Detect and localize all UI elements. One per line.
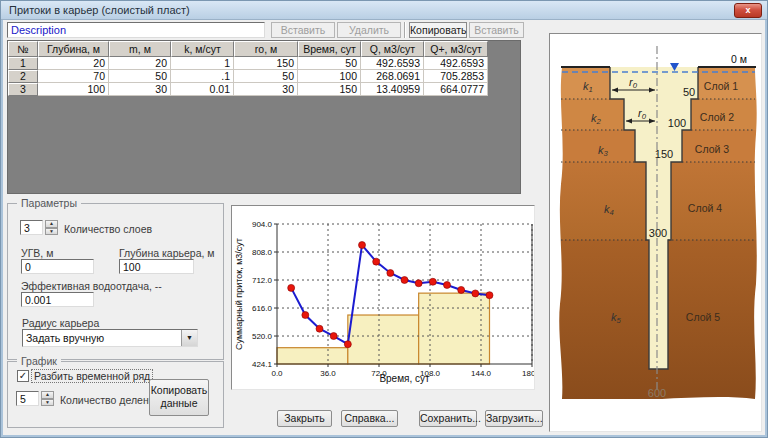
row-number-cell[interactable]: 3 <box>8 83 38 96</box>
step-bar <box>419 293 490 364</box>
paste-button[interactable]: Вставить <box>469 22 524 38</box>
table-cell[interactable]: 50 <box>298 57 361 70</box>
column-header[interactable]: Глубина, м <box>38 41 109 57</box>
column-header[interactable]: k, м/сут <box>171 41 234 57</box>
toolbar-separator <box>404 22 406 38</box>
row-number-cell[interactable]: 2 <box>8 70 38 83</box>
data-point <box>415 280 422 287</box>
table-cell[interactable]: 0.01 <box>171 83 234 96</box>
table-cell[interactable]: 20 <box>38 57 109 70</box>
layers-table[interactable]: №Глубина, мm, мk, м/сутro, мВремя, сутQ,… <box>7 40 521 194</box>
table-cell[interactable]: 1 <box>171 57 234 70</box>
data-point <box>316 325 323 332</box>
effective-yield-label: Эффективная водоотдача, -- <box>21 280 162 292</box>
table-cell[interactable]: 150 <box>234 57 298 70</box>
table-cell[interactable]: 50 <box>234 70 298 83</box>
data-point <box>458 286 465 293</box>
table-cell[interactable]: 20 <box>109 57 171 70</box>
table-cell[interactable]: 50 <box>109 70 171 83</box>
table-cell[interactable]: 492.6593 <box>424 57 488 70</box>
layer-name-label: Слой 3 <box>695 143 729 155</box>
column-header[interactable]: ro, м <box>234 41 298 57</box>
data-point <box>330 333 337 340</box>
column-header[interactable]: m, м <box>109 41 171 57</box>
svg-text:0.0: 0.0 <box>271 369 283 378</box>
svg-text:520.0: 520.0 <box>252 332 273 341</box>
table-cell[interactable]: 150 <box>298 83 361 96</box>
split-series-label[interactable]: Разбить временной ряд <box>32 370 152 382</box>
divisions-input[interactable] <box>16 391 39 406</box>
svg-text:424.1: 424.1 <box>252 360 273 369</box>
column-header[interactable]: Q+, м3/сут <box>424 41 488 57</box>
table-row: 12020115050492.6593492.6593 <box>8 57 520 70</box>
layers-count-stepper[interactable]: ▲▼ <box>45 220 58 235</box>
data-point <box>288 284 295 291</box>
data-point <box>344 341 351 348</box>
split-series-checkbox[interactable]: ✓ <box>17 370 29 382</box>
ugv-input[interactable] <box>21 259 94 274</box>
quarry-diagram: r0r00 мk1Слой 150k2Слой 2100k3Слой 3150k… <box>550 34 761 431</box>
table-cell[interactable]: 30 <box>109 83 171 96</box>
spin-up-icon[interactable]: ▲ <box>41 391 54 399</box>
quarry-radius-select[interactable]: Задать вручную ▼ <box>22 329 198 347</box>
spin-down-icon[interactable]: ▼ <box>41 399 54 407</box>
table-cell[interactable]: 70 <box>38 70 109 83</box>
quarry-depth-input[interactable] <box>119 259 194 274</box>
data-point <box>387 270 394 277</box>
table-row: 3100300.013015013.40959664.0777 <box>8 83 520 96</box>
svg-text:808.0: 808.0 <box>252 248 273 257</box>
description-input[interactable] <box>7 22 265 38</box>
depth-label: 300 <box>649 227 667 239</box>
save-button[interactable]: Сохранить... <box>419 410 477 427</box>
parameters-group-label: Параметры <box>17 197 81 209</box>
chevron-down-icon[interactable]: ▼ <box>181 330 197 346</box>
load-button[interactable]: Загрузить... <box>485 410 543 427</box>
svg-text:Суммарный приток, м3/сут: Суммарный приток, м3/сут <box>234 238 244 350</box>
spin-down-icon[interactable]: ▼ <box>45 228 58 236</box>
column-header[interactable]: Время, сут <box>298 41 361 57</box>
column-header[interactable]: Q, м3/сут <box>361 41 424 57</box>
row-number-cell[interactable]: 1 <box>8 57 38 70</box>
divisions-stepper[interactable]: ▲▼ <box>41 391 54 406</box>
data-point <box>429 278 436 285</box>
svg-text:36.0: 36.0 <box>320 369 336 378</box>
chart-panel: 424.1520.0616.0712.0808.0904.00.036.072.… <box>231 205 535 390</box>
table-cell[interactable]: .1 <box>171 70 234 83</box>
ugv-label: УГВ, м <box>21 247 53 259</box>
delete-layer-button[interactable]: Удалить слой <box>337 22 401 38</box>
table-cell[interactable]: 705.2853 <box>424 70 488 83</box>
table-cell[interactable]: 100 <box>38 83 109 96</box>
column-header[interactable]: № <box>8 41 38 57</box>
quarry-depth-label: Глубина карьера, м <box>119 247 215 259</box>
copy-button[interactable]: Копировать <box>409 22 467 38</box>
layers-count-input[interactable] <box>20 220 43 235</box>
title-bar[interactable]: Притоки в карьер (слоистый пласт) x <box>1 1 767 20</box>
spin-up-icon[interactable]: ▲ <box>45 220 58 228</box>
table-cell[interactable]: 664.0777 <box>424 83 488 96</box>
quarry-radius-value: Задать вручную <box>23 330 181 346</box>
inflow-chart: 424.1520.0616.0712.0808.0904.00.036.072.… <box>232 206 534 389</box>
insert-layer-button[interactable]: Вставить слой <box>271 22 335 38</box>
table-cell[interactable]: 268.0691 <box>361 70 424 83</box>
step-bar <box>277 348 348 364</box>
svg-text:616.0: 616.0 <box>252 304 273 313</box>
copy-data-button[interactable]: Копировать данные <box>149 379 209 416</box>
close-dialog-button[interactable]: Закрыть <box>277 410 332 427</box>
data-point <box>401 277 408 284</box>
effective-yield-input[interactable] <box>21 292 94 307</box>
layer-name-label: Слой 2 <box>700 111 734 123</box>
depth-label: 50 <box>683 86 695 98</box>
quarry-radius-label: Радиус карьера <box>22 317 99 329</box>
data-point <box>444 281 451 288</box>
close-button[interactable]: x <box>734 3 762 18</box>
data-point <box>359 242 366 249</box>
svg-text:144.0: 144.0 <box>471 369 492 378</box>
table-cell[interactable]: 100 <box>298 70 361 83</box>
table-header-row: №Глубина, мm, мk, м/сутro, мВремя, сутQ,… <box>8 41 520 57</box>
svg-text:904.0: 904.0 <box>252 220 273 229</box>
help-button[interactable]: Справка... <box>341 410 398 427</box>
table-cell[interactable]: 492.6593 <box>361 57 424 70</box>
svg-text:712.0: 712.0 <box>252 276 273 285</box>
table-cell[interactable]: 30 <box>234 83 298 96</box>
table-cell[interactable]: 13.40959 <box>361 83 424 96</box>
